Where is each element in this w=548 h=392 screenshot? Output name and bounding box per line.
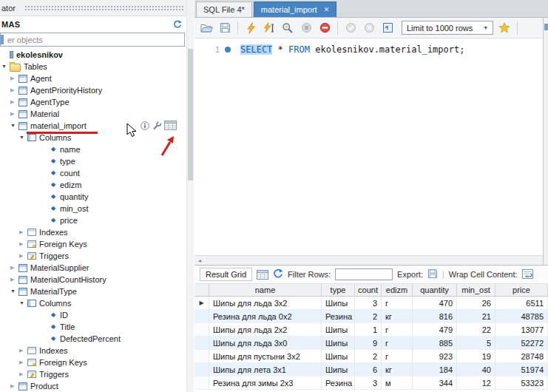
tree-item-triggers[interactable]: ▶Triggers	[0, 368, 186, 380]
rollback-button[interactable]	[362, 21, 376, 36]
tree-item-agent[interactable]: ▶Agent	[0, 72, 186, 84]
tree-item-count[interactable]: ◆count	[0, 167, 186, 179]
editor-horizontal-scrollbar[interactable]: ◄	[194, 255, 548, 265]
collapsed-arrow-icon[interactable]: ▶	[19, 226, 27, 238]
grid-cell[interactable]: Резина	[322, 376, 355, 390]
collapsed-arrow-icon[interactable]: ▶	[10, 84, 18, 96]
tree-item-edizm[interactable]: ◆edizm	[0, 179, 186, 191]
grid-cell[interactable]: 12	[457, 376, 495, 390]
tree-item-material[interactable]: ▶Material	[0, 108, 186, 120]
save-script-button[interactable]	[217, 21, 232, 36]
grid-cell[interactable]: 2	[355, 350, 382, 363]
collapsed-arrow-icon[interactable]: ▶	[10, 96, 18, 108]
grid-cell[interactable]: 3	[355, 376, 382, 390]
grid-column-header-min_ost[interactable]: min_ost	[457, 284, 495, 297]
grid-row[interactable]: ▶Шипы для льда 3x2Шипы3г470266511	[194, 297, 548, 310]
grid-column-header-price[interactable]: price	[495, 284, 548, 297]
grid-cell[interactable]: 3	[355, 297, 382, 310]
scroll-left-arrow-icon[interactable]: ◄	[194, 258, 205, 263]
beautify-script-button[interactable]	[497, 21, 512, 36]
tree-item-ekolesnikov[interactable]: ekolesnikov	[0, 49, 186, 61]
grid-cell[interactable]: Шипы для льда 3x0	[209, 337, 322, 350]
filter-objects-input[interactable]: er objects	[0, 33, 185, 47]
grid-row[interactable]: Шипы для льда 3x0Шипы9г885552272	[194, 337, 548, 350]
row-selector-cell[interactable]	[194, 363, 209, 376]
collapsed-arrow-icon[interactable]: ▶	[19, 368, 27, 380]
grid-cell[interactable]: 5	[457, 337, 495, 350]
grid-cell[interactable]: 48785	[495, 310, 548, 323]
sql-editor[interactable]: 1 SELECT * FROM ekolesnikov.material_imp…	[194, 38, 548, 255]
grid-column-header-type[interactable]: type	[322, 284, 355, 297]
grid-cell[interactable]: 19	[457, 350, 495, 363]
limit-rows-dropdown[interactable]: Limit to 1000 rows ▼	[402, 21, 493, 35]
tree-item-agentpriorityhistory[interactable]: ▶AgentPriorityHistory	[0, 84, 186, 96]
row-selector-cell[interactable]	[194, 337, 209, 350]
stop-query-button[interactable]	[299, 21, 314, 36]
autocommit-toggle[interactable]	[380, 21, 395, 36]
refresh-grid-button[interactable]	[273, 268, 283, 280]
grid-cell[interactable]: Шипы	[322, 363, 355, 376]
grid-cell[interactable]: 22	[457, 323, 495, 337]
grid-cell[interactable]: Шипы для пустыни 3x2	[209, 350, 322, 363]
row-selector-cell[interactable]	[194, 310, 209, 323]
tree-item-defectedpercent[interactable]: ◆DefectedPercent	[0, 333, 186, 345]
tree-item-indexes[interactable]: ▶Indexes	[0, 345, 186, 356]
tree-scrollbar-thumb[interactable]	[188, 49, 193, 180]
grid-cell[interactable]: Резина для льда 0x2	[209, 310, 322, 323]
tree-item-agenttype[interactable]: ▶AgentType	[0, 96, 186, 108]
table-info-button[interactable]	[141, 121, 149, 132]
grid-cell[interactable]: Шипы для льда 3x2	[209, 297, 322, 310]
grid-cell[interactable]: г	[382, 297, 413, 310]
tree-item-quantity[interactable]: ◆quantity	[0, 191, 186, 203]
grid-cell[interactable]: м	[382, 376, 413, 390]
grid-cell[interactable]: г	[382, 337, 413, 350]
expanded-arrow-icon[interactable]: ▼	[19, 297, 27, 309]
collapsed-arrow-icon[interactable]: ▶	[19, 238, 27, 250]
grid-cell[interactable]: г	[382, 350, 413, 363]
grid-cell[interactable]: 184	[413, 363, 457, 376]
row-selector-cell[interactable]: ▶	[194, 297, 209, 310]
grid-cell[interactable]: Шипы	[322, 350, 355, 363]
grid-cell[interactable]: Резина	[322, 310, 355, 323]
grid-cell[interactable]: 479	[413, 323, 457, 337]
collapsed-arrow-icon[interactable]: ▶	[19, 356, 27, 368]
grid-cell[interactable]: кг	[382, 310, 413, 323]
grid-cell[interactable]: 2	[355, 310, 382, 323]
grid-cell[interactable]: 9	[355, 337, 382, 350]
grid-cell[interactable]: Шипы для льда 2x2	[209, 323, 322, 337]
tree-item-foreign-keys[interactable]: ▶Foreign Keys	[0, 356, 186, 368]
grid-cell[interactable]: 21	[457, 310, 495, 323]
tree-item-columns[interactable]: ▼Columns	[0, 297, 186, 309]
grid-cell[interactable]: 885	[413, 337, 457, 350]
grid-cell[interactable]: 53323	[495, 376, 548, 390]
result-grid-tab[interactable]: Result Grid	[200, 268, 252, 281]
tree-scrollbar[interactable]	[186, 0, 194, 392]
tree-item-product[interactable]: ▶Product	[0, 380, 186, 392]
tree-item-materialcounthistory[interactable]: ▶MaterialCountHistory	[0, 274, 186, 285]
collapsed-arrow-icon[interactable]: ▶	[10, 262, 18, 274]
stop-on-error-toggle[interactable]	[317, 21, 332, 36]
grid-cell[interactable]: 52272	[495, 337, 548, 350]
grid-cell[interactable]: 51974	[495, 363, 548, 376]
filter-rows-input[interactable]	[335, 268, 393, 280]
grid-cell[interactable]: г	[382, 323, 413, 337]
tree-item-tables[interactable]: ▼Tables	[0, 61, 186, 72]
row-selector-cell[interactable]	[194, 323, 209, 337]
grid-cell[interactable]: 6	[355, 363, 382, 376]
collapsed-arrow-icon[interactable]: ▶	[19, 345, 27, 356]
collapsed-arrow-icon[interactable]: ▶	[10, 380, 18, 392]
close-tab-icon[interactable]: ✕	[324, 6, 330, 13]
grid-cell[interactable]: 470	[413, 297, 457, 310]
execute-statement-button[interactable]	[262, 21, 277, 36]
grid-row[interactable]: Шипы для пустыни 3x2Шипы2г9231928748	[194, 350, 548, 363]
tree-item-id[interactable]: ◆ID	[0, 309, 186, 321]
row-selector-cell[interactable]	[194, 350, 209, 363]
grid-cell[interactable]: 816	[413, 310, 457, 323]
tree-item-triggers[interactable]: ▶Triggers	[0, 250, 186, 262]
tab-sql-file-4[interactable]: SQL File 4*	[196, 1, 252, 17]
panel-drag-handle[interactable]	[24, 5, 184, 11]
tree-item-title[interactable]: ◆Title	[0, 321, 186, 333]
grid-cell[interactable]: 344	[413, 376, 457, 390]
grid-cell[interactable]: Шипы	[322, 337, 355, 350]
tab-material-import[interactable]: material_import ✕	[254, 1, 336, 17]
